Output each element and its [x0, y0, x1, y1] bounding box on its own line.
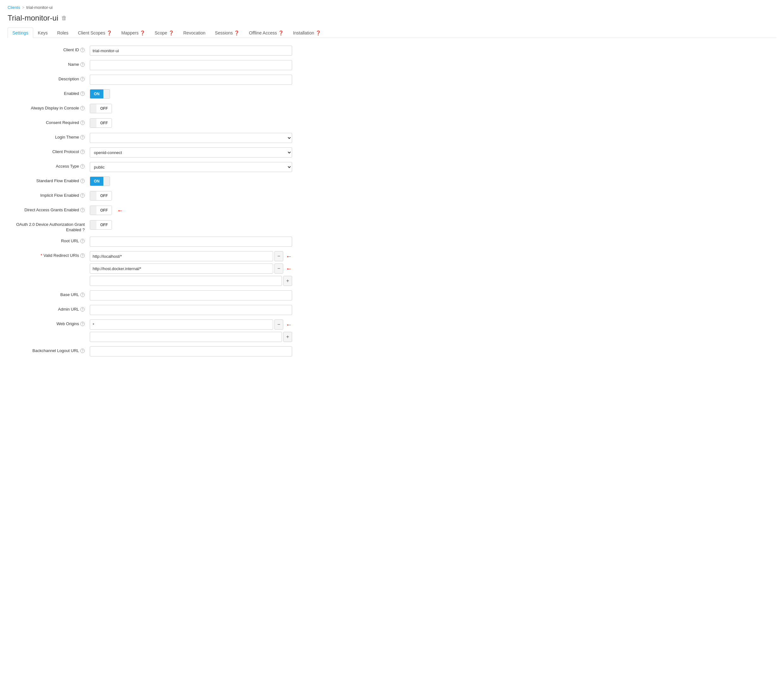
login-theme-control — [90, 133, 292, 143]
redirect-uri-remove-2[interactable]: − — [274, 263, 283, 274]
oauth-device-auth-toggle[interactable]: OFF — [90, 220, 112, 230]
enabled-control: ON — [90, 89, 292, 99]
valid-redirect-uris-control: − ← − ← + — [90, 251, 292, 286]
tab-sessions[interactable]: Sessions ❓ — [210, 28, 244, 38]
breadcrumb-current: trial-monitor-ui — [26, 5, 53, 10]
root-url-input[interactable] — [90, 237, 292, 247]
oauth-device-auth-off-label: OFF — [96, 220, 112, 229]
implicit-flow-toggle[interactable]: OFF — [90, 191, 112, 201]
tab-roles[interactable]: Roles — [53, 28, 73, 38]
client-id-row: Client ID ? — [8, 45, 292, 56]
tab-scope[interactable]: Scope ❓ — [150, 28, 179, 38]
redirect-uri-input-1[interactable] — [90, 251, 273, 261]
backchannel-logout-url-label: Backchannel Logout URL ? — [8, 346, 90, 353]
name-row: Name ? — [8, 60, 292, 70]
login-theme-select[interactable] — [90, 133, 292, 143]
always-display-toggle[interactable]: OFF — [90, 104, 112, 113]
description-help-icon[interactable]: ? — [80, 77, 85, 81]
web-origins-help-icon[interactable]: ? — [80, 322, 85, 326]
redirect-uri-row-2: − ← — [90, 263, 292, 274]
redirect-uri-add[interactable]: + — [283, 276, 292, 286]
login-theme-row: Login Theme ? — [8, 133, 292, 143]
web-origins-input-2[interactable] — [90, 332, 282, 342]
description-row: Description ? — [8, 75, 292, 85]
standard-flow-toggle[interactable]: ON — [90, 176, 110, 186]
standard-flow-label: Standard Flow Enabled ? — [8, 176, 90, 183]
tab-offline-access[interactable]: Offline Access ❓ — [244, 28, 288, 38]
delete-client-icon[interactable]: 🗑 — [61, 15, 67, 22]
always-display-help-icon[interactable]: ? — [80, 106, 85, 111]
tab-client-scopes[interactable]: Client Scopes ❓ — [73, 28, 117, 38]
tab-installation[interactable]: Installation ❓ — [288, 28, 326, 38]
name-input[interactable] — [90, 60, 292, 70]
base-url-help-icon[interactable]: ? — [80, 293, 85, 297]
login-theme-help-icon[interactable]: ? — [80, 135, 85, 139]
base-url-row: Base URL ? — [8, 290, 292, 301]
access-type-row: Access Type ? public confidential bearer… — [8, 162, 292, 172]
client-id-control — [90, 45, 292, 56]
redirect-uri-row-1: − ← — [90, 251, 292, 261]
web-origins-row-1: − ← — [90, 320, 292, 330]
admin-url-help-icon[interactable]: ? — [80, 307, 85, 312]
client-protocol-select[interactable]: openid-connect saml — [90, 147, 292, 157]
consent-required-control: OFF — [90, 118, 292, 128]
base-url-input[interactable] — [90, 290, 292, 301]
valid-redirect-uris-help-icon[interactable]: ? — [80, 253, 85, 258]
admin-url-row: Admin URL ? — [8, 305, 292, 315]
access-type-help-icon[interactable]: ? — [80, 164, 85, 168]
client-id-input[interactable] — [90, 45, 292, 56]
access-type-select[interactable]: public confidential bearer-only — [90, 162, 292, 172]
tab-mappers[interactable]: Mappers ❓ — [117, 28, 150, 38]
tab-settings[interactable]: Settings — [8, 28, 33, 38]
web-origins-1-arrow: ← — [286, 321, 292, 328]
redirect-uri-row-3: + — [90, 276, 292, 286]
consent-required-label: Consent Required ? — [8, 118, 90, 125]
consent-required-help-icon[interactable]: ? — [80, 120, 85, 125]
client-id-label: Client ID ? — [8, 45, 90, 52]
breadcrumb-clients-link[interactable]: Clients — [8, 5, 20, 10]
description-input[interactable] — [90, 75, 292, 85]
root-url-control — [90, 237, 292, 247]
page-title-container: Trial-monitor-ui 🗑 — [8, 14, 776, 22]
implicit-flow-help-icon[interactable]: ? — [80, 193, 85, 198]
admin-url-label: Admin URL ? — [8, 305, 90, 312]
redirect-uri-input-2[interactable] — [90, 263, 273, 274]
enabled-help-icon[interactable]: ? — [80, 91, 85, 96]
always-display-toggle-spacer — [90, 104, 96, 113]
consent-required-toggle[interactable]: OFF — [90, 118, 112, 128]
oauth-device-auth-control: OFF — [90, 220, 292, 230]
admin-url-input[interactable] — [90, 305, 292, 315]
client-protocol-row: Client Protocol ? openid-connect saml — [8, 147, 292, 157]
direct-access-grants-help-icon[interactable]: ? — [80, 208, 85, 212]
always-display-control: OFF — [90, 104, 292, 113]
redirect-uri-input-3[interactable] — [90, 276, 282, 286]
web-origins-add[interactable]: + — [283, 332, 292, 342]
web-origins-row: Web Origins ? − ← + — [8, 320, 292, 342]
web-origins-input-1[interactable] — [90, 320, 273, 330]
direct-access-grants-toggle[interactable]: OFF — [90, 206, 112, 215]
name-help-icon[interactable]: ? — [80, 62, 85, 67]
standard-flow-help-icon[interactable]: ? — [80, 179, 85, 183]
implicit-flow-off-label: OFF — [96, 191, 112, 200]
redirect-uri-remove-1[interactable]: − — [274, 251, 283, 261]
web-origins-label: Web Origins ? — [8, 320, 90, 326]
client-protocol-label: Client Protocol ? — [8, 147, 90, 154]
oauth-device-auth-help-icon[interactable]: ? — [82, 228, 85, 232]
client-id-help-icon[interactable]: ? — [80, 48, 85, 52]
client-protocol-help-icon[interactable]: ? — [80, 150, 85, 154]
standard-flow-on-label: ON — [90, 177, 103, 186]
standard-flow-spacer — [103, 177, 110, 186]
enabled-toggle[interactable]: ON — [90, 89, 110, 99]
tab-keys[interactable]: Keys — [33, 28, 53, 38]
consent-required-row: Consent Required ? OFF — [8, 118, 292, 128]
redirect-uri-1-arrow: ← — [286, 253, 292, 260]
backchannel-logout-url-input[interactable] — [90, 346, 292, 357]
root-url-help-icon[interactable]: ? — [80, 239, 85, 243]
breadcrumb: Clients > trial-monitor-ui — [8, 5, 776, 10]
consent-required-spacer — [90, 118, 96, 128]
direct-access-grants-off-label: OFF — [96, 206, 112, 215]
web-origins-remove-1[interactable]: − — [274, 320, 283, 330]
root-url-row: Root URL ? — [8, 237, 292, 247]
tab-revocation[interactable]: Revocation — [179, 28, 210, 38]
backchannel-logout-url-help-icon[interactable]: ? — [80, 349, 85, 353]
